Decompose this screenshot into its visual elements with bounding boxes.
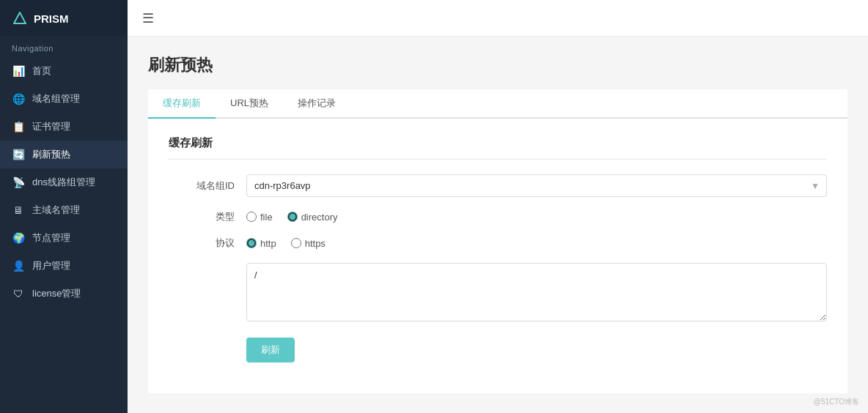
logo-icon <box>12 10 28 26</box>
logo-text: PRISM <box>34 12 69 25</box>
sidebar-item-label: 证书管理 <box>32 120 70 133</box>
path-textarea[interactable]: / <box>246 263 827 321</box>
type-file-label: file <box>260 212 273 223</box>
type-file-option[interactable]: file <box>246 212 273 223</box>
sidebar-item-node-mgmt[interactable]: 🌍 节点管理 <box>0 224 128 252</box>
topbar: ☰ <box>128 0 868 37</box>
domain-group-row: 域名组ID cdn-rp3r6avp ▼ <box>169 174 827 197</box>
type-directory-label: directory <box>301 212 338 223</box>
protocol-label: 协议 <box>169 237 235 250</box>
tabs-container: 缓存刷新 URL预热 操作记录 <box>148 89 847 119</box>
sidebar-item-label: 节点管理 <box>32 231 70 245</box>
sidebar-item-label: 刷新预热 <box>32 148 70 161</box>
sidebar-item-domain-group[interactable]: 🌐 域名组管理 <box>0 85 128 113</box>
main-content: ☰ 刷新预热 缓存刷新 URL预热 操作记录 缓存刷新 域名组ID cdn-rp… <box>128 0 868 413</box>
user-mgmt-icon: 👤 <box>12 260 25 272</box>
domain-group-label: 域名组ID <box>169 179 235 193</box>
tab-cache-refresh[interactable]: 缓存刷新 <box>148 89 216 119</box>
nav-label: Navigation <box>0 37 128 57</box>
sidebar-item-license-mgmt[interactable]: 🛡 license管理 <box>0 280 128 308</box>
type-file-radio[interactable] <box>246 212 257 222</box>
path-control: / <box>246 263 827 324</box>
logo: PRISM <box>0 0 128 37</box>
domain-mgmt-icon: 🖥 <box>12 204 25 216</box>
sidebar-item-home[interactable]: 📊 首页 <box>0 57 128 85</box>
submit-row: 刷新 <box>169 338 827 362</box>
svg-marker-0 <box>14 12 26 23</box>
page-title: 刷新预热 <box>148 54 847 76</box>
protocol-http-radio[interactable] <box>246 238 257 248</box>
protocol-https-label: https <box>305 238 326 249</box>
type-radio-group: file directory <box>246 212 827 223</box>
protocol-row: 协议 http https <box>169 237 827 250</box>
protocol-radio-group: http https <box>246 238 827 249</box>
sidebar-item-dns-route[interactable]: 📡 dns线路组管理 <box>0 168 128 196</box>
certificate-icon: 📋 <box>12 121 25 133</box>
sidebar: PRISM Navigation 📊 首页 🌐 域名组管理 📋 证书管理 🔄 刷… <box>0 0 128 413</box>
type-label: 类型 <box>169 210 235 223</box>
protocol-control: http https <box>246 238 827 249</box>
path-row: / <box>169 263 827 324</box>
sidebar-item-label: 域名组管理 <box>32 92 80 105</box>
sidebar-item-cache-preheat[interactable]: 🔄 刷新预热 <box>0 141 128 168</box>
type-directory-radio[interactable] <box>287 212 298 222</box>
tab-operation-log[interactable]: 操作记录 <box>283 89 350 119</box>
protocol-http-option[interactable]: http <box>246 238 276 249</box>
sidebar-item-user-mgmt[interactable]: 👤 用户管理 <box>0 252 128 280</box>
refresh-button[interactable]: 刷新 <box>246 338 295 362</box>
domain-group-icon: 🌐 <box>12 93 25 105</box>
type-directory-option[interactable]: directory <box>287 212 338 223</box>
protocol-https-radio[interactable] <box>291 238 301 248</box>
section-title: 缓存刷新 <box>169 136 827 160</box>
sidebar-item-certificate[interactable]: 📋 证书管理 <box>0 113 128 141</box>
node-mgmt-icon: 🌍 <box>12 232 25 244</box>
sidebar-item-label: 主域名管理 <box>32 204 80 217</box>
content-area: 刷新预热 缓存刷新 URL预热 操作记录 缓存刷新 域名组ID cdn-rp3r… <box>128 37 868 413</box>
type-row: 类型 file directory <box>169 210 827 223</box>
home-icon: 📊 <box>12 65 25 77</box>
submit-control: 刷新 <box>246 338 827 362</box>
menu-toggle-button[interactable]: ☰ <box>142 10 154 26</box>
domain-group-control: cdn-rp3r6avp ▼ <box>246 174 827 197</box>
license-mgmt-icon: 🛡 <box>12 288 25 299</box>
type-control: file directory <box>246 212 827 223</box>
sidebar-item-label: 首页 <box>32 64 51 78</box>
watermark: @51CTO博客 <box>814 397 859 407</box>
protocol-https-option[interactable]: https <box>291 238 326 249</box>
sidebar-item-label: license管理 <box>32 287 81 300</box>
protocol-http-label: http <box>260 238 276 249</box>
dns-route-icon: 📡 <box>12 176 25 188</box>
domain-group-select[interactable]: cdn-rp3r6avp <box>246 174 827 197</box>
sidebar-item-label: 用户管理 <box>32 259 70 272</box>
tab-url-preheat[interactable]: URL预热 <box>216 89 283 119</box>
sidebar-item-domain-mgmt[interactable]: 🖥 主域名管理 <box>0 196 128 224</box>
cache-preheat-icon: 🔄 <box>12 149 25 160</box>
sidebar-item-label: dns线路组管理 <box>32 176 95 189</box>
domain-group-select-wrapper: cdn-rp3r6avp ▼ <box>246 174 827 197</box>
form-section: 缓存刷新 域名组ID cdn-rp3r6avp ▼ 类型 <box>148 119 847 393</box>
